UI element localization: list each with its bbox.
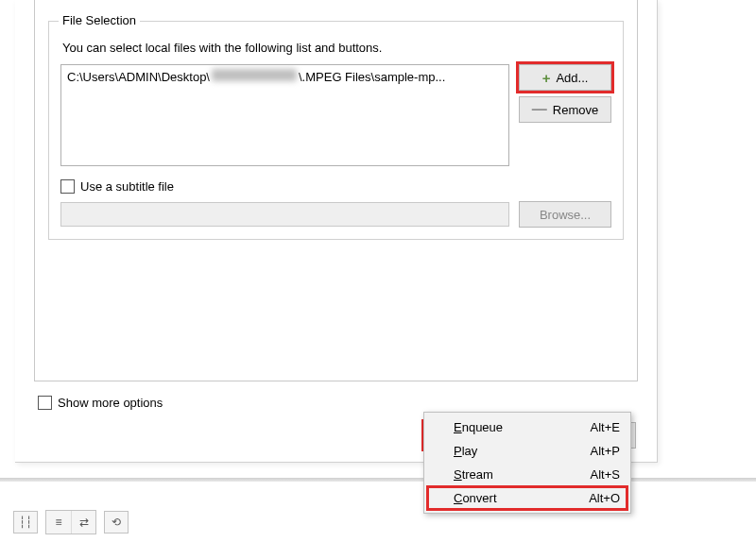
subtitle-path-field xyxy=(60,202,509,227)
add-button-label: Add... xyxy=(556,71,588,85)
shortcut: Alt+O xyxy=(589,491,620,505)
remove-button[interactable]: — Remove xyxy=(519,96,611,123)
host-tool-3[interactable]: ⟲ xyxy=(104,511,129,534)
convert-save-menu: Enqueue Alt+E Play Alt+P Stream Alt+S Co… xyxy=(423,412,631,514)
group-title: File Selection xyxy=(59,13,140,27)
menu-item-convert[interactable]: Convert Alt+O xyxy=(427,486,627,510)
shortcut: Alt+E xyxy=(591,420,620,434)
file-list[interactable]: C:\Users\ADMIN\Desktop\ \.MPEG Files\sam… xyxy=(60,64,509,166)
main-panel: File Selection You can select local file… xyxy=(34,0,638,381)
browse-button: Browse... xyxy=(519,201,611,228)
dialog-window: File Selection You can select local file… xyxy=(15,0,658,463)
host-tool-1[interactable]: ┆┆ xyxy=(13,511,38,534)
host-toolbar: ┆┆ ≡ ⇄ ⟲ xyxy=(13,510,129,534)
file-side-buttons: + Add... — Remove xyxy=(519,64,611,123)
subtitle-row: Use a subtitle file xyxy=(60,179,611,194)
host-tool-2a[interactable]: ≡ xyxy=(46,511,71,534)
file-item[interactable]: C:\Users\ADMIN\Desktop\ \.MPEG Files\sam… xyxy=(67,69,503,84)
host-separator xyxy=(0,478,756,482)
file-path-redacted xyxy=(212,69,297,81)
menu-item-stream[interactable]: Stream Alt+S xyxy=(427,463,627,486)
minus-icon: — xyxy=(532,102,547,117)
browse-button-label: Browse... xyxy=(540,208,591,222)
file-path-prefix: C:\Users\ADMIN\Desktop\ xyxy=(67,70,210,84)
show-more-checkbox[interactable] xyxy=(38,396,52,410)
menu-item-enqueue[interactable]: Enqueue Alt+E xyxy=(427,415,627,439)
show-more-row: Show more options xyxy=(38,396,163,410)
subtitle-input-row: Browse... xyxy=(60,201,611,228)
shortcut: Alt+P xyxy=(591,444,620,458)
host-tool-2b[interactable]: ⇄ xyxy=(71,511,95,534)
show-more-label: Show more options xyxy=(58,396,163,410)
file-row: C:\Users\ADMIN\Desktop\ \.MPEG Files\sam… xyxy=(60,64,611,166)
shortcut: Alt+S xyxy=(591,467,620,482)
remove-button-label: Remove xyxy=(553,103,598,117)
file-path-suffix: \.MPEG Files\sample-mp... xyxy=(299,70,445,84)
host-tool-pair: ≡ ⇄ xyxy=(45,510,96,534)
plus-icon: + xyxy=(542,71,551,85)
add-button[interactable]: + Add... xyxy=(519,64,611,91)
file-selection-group: File Selection You can select local file… xyxy=(48,21,624,240)
menu-item-play[interactable]: Play Alt+P xyxy=(427,439,627,463)
use-subtitle-checkbox[interactable] xyxy=(60,179,75,194)
hint-text: You can select local files with the foll… xyxy=(62,41,611,55)
use-subtitle-label: Use a subtitle file xyxy=(80,179,174,194)
